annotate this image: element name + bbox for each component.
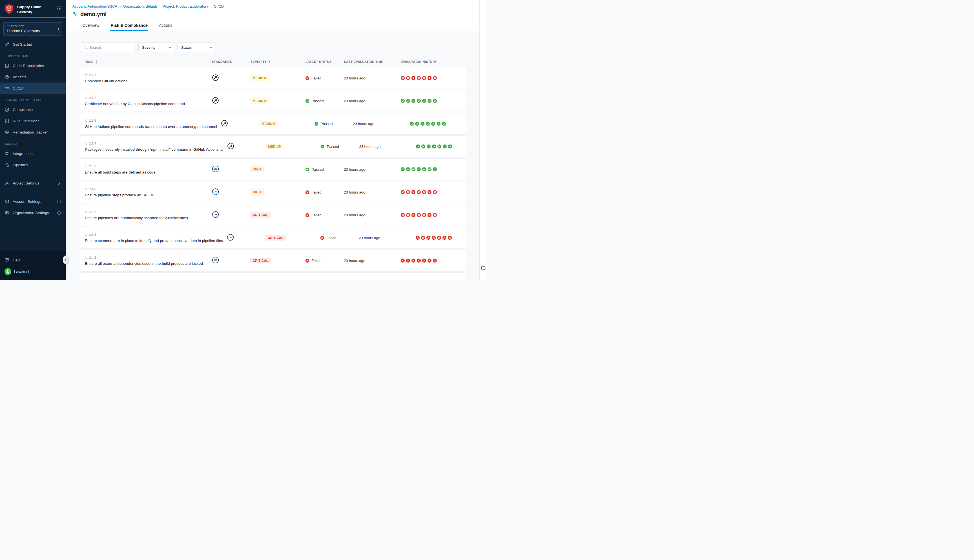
sidebar-item-project-settings[interactable]: Project Settings (0, 177, 66, 189)
tab-risk-compliance[interactable]: Risk & Compliance (110, 20, 148, 31)
table-row[interactable]: Id: 2.4.6 Ensure pipeline steps produce … (80, 181, 466, 203)
rule-cell: Id: 2.3.1 Ensure all build steps are def… (85, 165, 211, 174)
project-selector[interactable]: PROJECT Product Exploratory (3, 22, 62, 36)
sidebar-item-remediation-tracker[interactable]: Remediation Tracker (0, 127, 66, 138)
title-row: demo.yml (72, 11, 473, 17)
fail-x-icon (400, 258, 405, 263)
pass-check-icon (422, 167, 426, 172)
sidebar-item-account-settings[interactable]: Account Settings (0, 196, 66, 207)
evaluation-time: 23 hours ago (344, 167, 400, 172)
standards-cell: CIS (211, 280, 250, 280)
organization-settings-icon (5, 210, 9, 215)
sidebar-item-compliance[interactable]: Compliance (0, 104, 66, 115)
table-row[interactable]: Id: 2.1.3 GitHub Actions pipeline comman… (80, 113, 466, 135)
integrations-icon (5, 151, 9, 156)
rocket-icon (5, 42, 9, 47)
table-row[interactable]: Id: 2.1.2 Certificate not verified by Gi… (80, 90, 466, 112)
pipelines-icon (5, 163, 9, 167)
sidebar-item-artifacts[interactable]: Artifacts (0, 71, 66, 83)
severity-filter-label: Severity (142, 45, 155, 50)
breadcrumb-link-organization-default[interactable]: Organization: default (123, 4, 157, 8)
severity-filter-dropdown[interactable]: Severity (138, 43, 175, 52)
evaluation-history (410, 122, 470, 126)
supply-chain-security-logo-icon[interactable] (4, 4, 14, 14)
github-actions-icon (212, 74, 219, 81)
rule-name: GitHub Actions pipeline commands transmi… (85, 125, 220, 129)
sidebar-item-label: Artifacts (13, 75, 27, 79)
sort-desc-icon[interactable] (268, 60, 272, 63)
status-filter-dropdown[interactable]: Status (178, 43, 216, 52)
sidebar-item-help[interactable]: Help (0, 254, 66, 266)
fail-x-icon (417, 76, 421, 80)
sidebar-item-pipelines[interactable]: Pipelines (0, 159, 66, 170)
pass-check-icon (432, 144, 436, 149)
table-row[interactable]: Id: 3.1.7 CIS CRITICAL Failed 23 hours a… (80, 272, 466, 280)
breadcrumb-link-project-product-exploratory[interactable]: Project: Product Exploratory (163, 4, 208, 8)
search-input[interactable] (89, 45, 133, 50)
breadcrumb-link-account-automation-ssca[interactable]: Account: Automation-SSCA (72, 4, 117, 8)
table-row[interactable]: Id: 2.1.1 Unpinned GitHub Actions MEDIUM… (80, 67, 466, 89)
tab-overview[interactable]: Overview (82, 20, 100, 31)
table-row[interactable]: Id: 2.4.2 Ensure all external dependenci… (80, 250, 466, 272)
standards-cell (227, 143, 265, 151)
pass-check-icon (437, 144, 442, 149)
sidebar-item-rule-definitions[interactable]: Rule Definitions (0, 115, 66, 127)
fail-x-icon (433, 190, 437, 194)
pass-check-icon (417, 98, 421, 103)
pass-check-icon (415, 122, 419, 126)
severity-cell: HIGH (250, 167, 305, 172)
sidebar-item-code-repositories[interactable]: Code Repositories (0, 60, 66, 71)
fail-x-icon (422, 190, 426, 194)
rule-name: Unpinned GitHub Actions (85, 79, 211, 83)
rule-cell: Id: 2.3.8 Ensure scanners are in place t… (85, 233, 226, 243)
fail-x-icon (427, 258, 432, 263)
table-row[interactable]: Id: 2.3.7 Ensure pipelines are automatic… (80, 204, 466, 226)
pass-check-icon (400, 98, 405, 103)
info-icon[interactable] (57, 200, 61, 204)
app-title-line1: Supply Chain (17, 5, 42, 10)
fail-x-icon (426, 235, 430, 240)
sort-icon[interactable] (95, 60, 98, 63)
breadcrumb-link-ci-cd[interactable]: CI/CD (214, 4, 224, 8)
sidebar-collapse-handle[interactable] (63, 255, 68, 264)
chevron-down-icon (209, 46, 213, 49)
column-latest-status: LATEST STATUS (305, 60, 332, 63)
sidebar-item-organization-settings[interactable]: Organization Settings (0, 207, 66, 218)
rules-table-body: Id: 2.1.1 Unpinned GitHub Actions MEDIUM… (80, 67, 466, 280)
table-row[interactable]: Id: 2.3.1 Ensure all build steps are def… (80, 158, 466, 180)
column-standards: STANDARDS (212, 60, 232, 63)
rule-cell: Id: 2.1.2 Certificate not verified by Gi… (85, 96, 211, 106)
evaluation-time: 23 hours ago (344, 258, 400, 263)
standards-cell: CIS (211, 257, 250, 265)
fail-x-icon (422, 213, 426, 217)
fail-x-icon (433, 76, 437, 80)
sidebar-project-settings-group: Project Settings (0, 177, 66, 189)
status-cell: Passed (314, 122, 353, 126)
rule-definitions-icon (5, 118, 9, 123)
table-row[interactable]: Id: 2.3.8 Ensure scanners are in place t… (80, 227, 466, 249)
rule-cell: Id: 2.3.7 Ensure pipelines are automatic… (85, 210, 211, 220)
info-icon[interactable] (57, 211, 61, 215)
code-repositories-icon (5, 63, 9, 68)
project-label: PROJECT (11, 25, 24, 28)
severity-badge: HIGH (250, 167, 264, 172)
user-menu[interactable]: L Lavakush (0, 266, 66, 278)
pass-check-icon (442, 122, 446, 126)
app: Supply Chain Security PROJECT Product Ex… (0, 0, 487, 280)
chat-support-icon[interactable] (481, 266, 486, 271)
sidebar-item-get-started[interactable]: Get Started (0, 38, 66, 50)
status-cell: Passed (305, 99, 344, 103)
sidebar-item-ci-cd[interactable]: CI/CD (0, 83, 66, 94)
tab-actions[interactable]: Actions (158, 20, 173, 31)
severity-cell: CRITICAL (265, 235, 320, 240)
cis-icon: CIS (212, 165, 219, 172)
sidebar-item-integrations[interactable]: Integrations (0, 148, 66, 159)
rule-id: Id: 2.4.2 (85, 256, 211, 259)
project-icon (7, 25, 10, 28)
table-row[interactable]: Id: 2.1.4 Packages insecurely installed … (80, 135, 466, 157)
status-cell: Failed (305, 258, 344, 263)
module-grid-icon[interactable] (57, 6, 62, 11)
fail-x-icon (406, 213, 410, 217)
sidebar-item-label: Project Settings (13, 181, 40, 185)
rule-id: Id: 2.3.8 (85, 233, 226, 236)
